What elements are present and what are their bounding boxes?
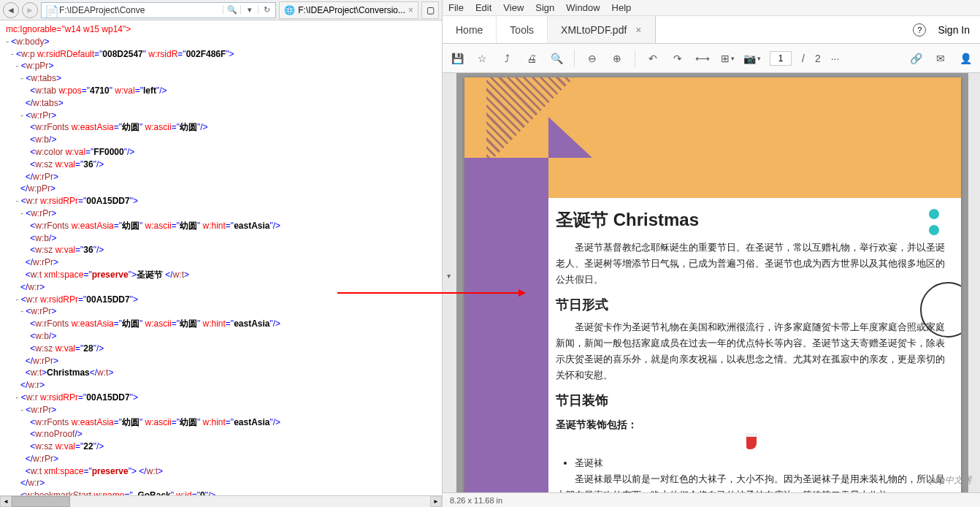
link-icon[interactable]: 🔗 — [908, 51, 923, 66]
doc-paragraph: 圣诞袜最早以前是一对红色的大袜子，大小不拘。因为圣诞袜子是用来装礼物的，所以是小… — [556, 471, 946, 492]
search-icon[interactable]: 🔍 — [223, 5, 240, 15]
menu-help[interactable]: Help — [612, 2, 632, 13]
tab-close-icon[interactable]: × — [635, 24, 641, 36]
tab-document-label: XMLtoPDF.pdf — [561, 24, 627, 36]
snapshot-icon[interactable]: 📷▾ — [745, 51, 759, 66]
conversion-arrow — [337, 292, 520, 294]
help-icon[interactable]: ? — [913, 23, 926, 37]
address-text: F:\IDEAProject\Conve — [59, 5, 223, 15]
doc-heading: 节日装饰 — [556, 389, 946, 412]
sign-in-button[interactable]: Sign In — [938, 24, 970, 36]
ie-topbar: ◄ ► 📄 F:\IDEAProject\Conve 🔍 ▾ ↻ 🌐 F:\ID… — [0, 0, 442, 20]
collapse-icon[interactable]: ▸ — [445, 275, 453, 289]
menu-view[interactable]: View — [503, 2, 524, 13]
sock-icon — [746, 436, 757, 449]
ie-pane: ◄ ► 📄 F:\IDEAProject\Conve 🔍 ▾ ↻ 🌐 F:\ID… — [0, 0, 443, 507]
page-sep: / — [802, 53, 805, 64]
dropdown-icon[interactable]: ▾ — [240, 5, 258, 15]
back-button[interactable]: ◄ — [3, 2, 19, 18]
pdf-pane: File Edit View Sign Window Help Home Too… — [443, 0, 980, 507]
page-icon: 📄 — [45, 4, 56, 16]
menu-edit[interactable]: Edit — [475, 2, 491, 13]
print-icon[interactable]: 🖨 — [524, 51, 539, 66]
redo-icon[interactable]: ↷ — [670, 51, 685, 66]
pdf-page: 圣诞节 Christmas 圣诞节基督教纪念耶稣诞生的重要节日。在圣诞节，常以互… — [464, 77, 961, 492]
document-content: 圣诞节 Christmas 圣诞节基督教纪念耶稣诞生的重要节日。在圣诞节，常以互… — [556, 205, 946, 492]
watermark: php中文网 — [930, 474, 971, 487]
pdf-stage: ▸ 圣诞节 Christmas 圣诞节基督教纪念耶稣诞生的重要节日。在圣诞节，常… — [443, 73, 980, 492]
menu-window[interactable]: Window — [566, 2, 600, 13]
xml-source-view[interactable]: mc:Ignorable="w14 w15 wp14"> - <w:body> … — [0, 20, 442, 495]
pdf-menu-bar: File Edit View Sign Window Help — [443, 0, 980, 16]
email-icon[interactable]: ✉ — [933, 51, 948, 66]
scroll-left-button[interactable]: ◄ — [0, 496, 12, 507]
scroll-right-button[interactable]: ► — [430, 496, 442, 507]
doc-subheading: 圣诞节装饰包括： — [556, 416, 946, 434]
zoom-in-icon[interactable]: ⊕ — [610, 51, 624, 66]
pdf-toolbar: 💾 ☆ ⤴ 🖨 🔍 ⊖ ⊕ ↶ ↷ ⟷ ⊞▾ 📷▾ / 2 ··· 🔗 ✉ 👤 — [443, 44, 980, 73]
tab-close-icon[interactable]: × — [408, 5, 413, 15]
h-scrollbar[interactable]: ◄ ► — [0, 495, 442, 507]
doc-title: 圣诞节 Christmas — [556, 205, 946, 235]
account-icon[interactable]: 👤 — [958, 51, 973, 66]
zoom-out-icon[interactable]: ⊖ — [585, 51, 600, 66]
tab-title: F:\IDEAProject\Conversio... — [298, 5, 405, 15]
tab-home[interactable]: Home — [443, 16, 497, 43]
tab-tools[interactable]: Tools — [497, 16, 548, 43]
v-scrollbar[interactable] — [968, 73, 980, 492]
pdf-scroll-area[interactable]: 圣诞节 Christmas 圣诞节基督教纪念耶稣诞生的重要节日。在圣诞节，常以互… — [457, 73, 968, 492]
forward-button[interactable]: ► — [22, 2, 38, 18]
page-total: 2 — [815, 53, 821, 64]
menu-file[interactable]: File — [448, 2, 464, 13]
doc-paragraph: 圣诞贺卡作为圣诞节礼物在美国和欧洲很流行，许多家庭随贺卡带上年度家庭合照或家庭新… — [556, 319, 946, 384]
star-icon[interactable]: ☆ — [475, 51, 489, 66]
tab-document[interactable]: XMLtoPDF.pdf × — [548, 16, 655, 43]
overflow-icon[interactable]: ··· — [831, 53, 840, 64]
scroll-thumb[interactable] — [12, 496, 70, 507]
page-dimensions: 8.26 x 11.68 in — [450, 496, 502, 505]
doc-paragraph: 圣诞节基督教纪念耶稣诞生的重要节日。在圣诞节，常以互赠礼物，举行欢宴，并以圣诞老… — [556, 240, 946, 288]
fit-page-icon[interactable]: ⊞▾ — [720, 51, 735, 66]
page-number-input[interactable] — [770, 51, 792, 66]
list-item: 圣诞袜 — [575, 455, 946, 471]
browser-tab[interactable]: 🌐 F:\IDEAProject\Conversio... × — [279, 1, 418, 19]
pdf-tab-bar: Home Tools XMLtoPDF.pdf × ? Sign In — [443, 16, 980, 44]
pdf-status-bar: 8.26 x 11.68 in — [443, 492, 980, 507]
upload-icon[interactable]: ⤴ — [499, 51, 514, 66]
doc-heading: 节日形式 — [556, 294, 946, 316]
side-panel[interactable]: ▸ — [443, 73, 457, 492]
menu-sign[interactable]: Sign — [535, 2, 554, 13]
search-icon[interactable]: 🔍 — [549, 51, 564, 66]
fit-width-icon[interactable]: ⟷ — [695, 51, 710, 66]
address-bar[interactable]: 📄 F:\IDEAProject\Conve 🔍 ▾ ↻ — [41, 2, 276, 18]
undo-icon[interactable]: ↶ — [646, 51, 660, 66]
new-tab-button[interactable]: ▢ — [421, 1, 439, 19]
refresh-button[interactable]: ↻ — [258, 5, 275, 15]
ie-logo-icon: 🌐 — [284, 5, 295, 15]
save-icon[interactable]: 💾 — [450, 51, 464, 66]
